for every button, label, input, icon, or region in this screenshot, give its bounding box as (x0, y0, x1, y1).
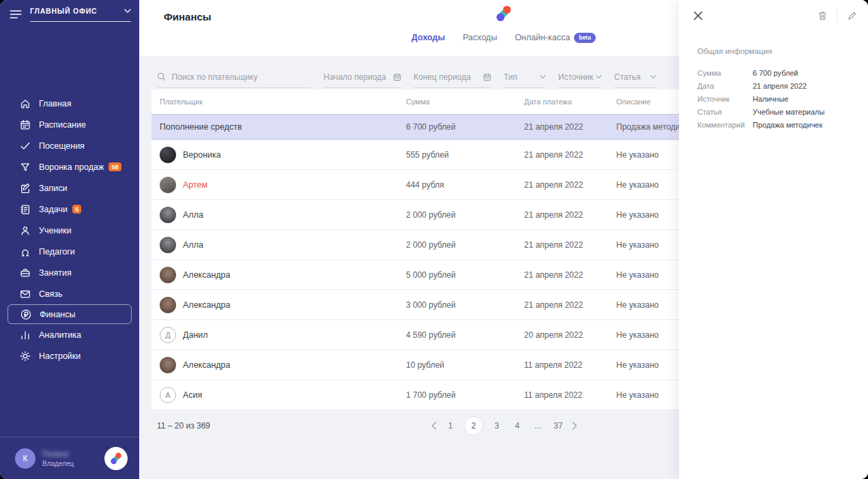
sidebar-item-label: Главная (39, 99, 72, 108)
date-cell: 21 апреля 2022 (524, 180, 616, 190)
sidebar-item-label: Связь (39, 289, 63, 299)
amount-cell: 444 рубля (406, 180, 524, 190)
field-label: Сумма (697, 69, 753, 77)
period-start-field[interactable] (323, 72, 401, 88)
detail-panel: Общая информация Сумма 6 700 рублей Дата… (679, 0, 868, 479)
sidebar-item-attendance[interactable]: Посещения (0, 135, 139, 156)
payer-name: Вероника (183, 150, 221, 160)
close-panel-button[interactable] (692, 10, 704, 22)
payer-avatar-letter: Д (160, 327, 176, 343)
source-filter-dropdown[interactable]: Источник (558, 72, 602, 88)
trash-icon (818, 10, 828, 21)
type-filter-dropdown[interactable]: Тип (504, 72, 546, 88)
sidebar-item-schedule[interactable]: Расписание (0, 114, 139, 135)
envelope-icon (19, 288, 31, 300)
next-page-button[interactable] (572, 422, 577, 430)
page-title: Финансы (164, 11, 212, 23)
funnel-count-badge: 58 (108, 162, 121, 172)
tab-label: Онлайн-касса (515, 33, 570, 42)
date-cell: 20 апреля 2022 (524, 330, 616, 340)
payer-avatar (160, 147, 176, 163)
sidebar-item-teachers[interactable]: Педагоги (0, 241, 139, 262)
field-value: Наличные (753, 95, 788, 103)
field-label: Дата (697, 82, 753, 90)
detail-fields: Сумма 6 700 рублей Дата 21 апреля 2022 И… (697, 66, 857, 131)
amount-cell: 2 000 рублей (406, 240, 524, 250)
hamburger-menu-icon[interactable] (8, 7, 23, 22)
sidebar: ГЛАВНЫЙ ОФИС Главная Расписание Посещени… (0, 0, 139, 479)
payer-name: Александра (183, 270, 231, 280)
field-label: Комментарий (697, 121, 753, 129)
tab-online-cashier[interactable]: Онлайн-касса beta (515, 33, 596, 43)
office-selector[interactable]: ГЛАВНЫЙ ОФИС (30, 7, 131, 22)
sidebar-item-lessons[interactable]: Занятия (0, 262, 139, 283)
sidebar-item-tasks[interactable]: Задачи 5 (0, 199, 139, 220)
period-end-field[interactable] (414, 72, 491, 88)
category-filter-dropdown[interactable]: Статья (614, 72, 656, 88)
sidebar-item-communication[interactable]: Связь (0, 283, 139, 304)
amount-cell: 3 000 рублей (406, 300, 524, 310)
prev-page-button[interactable] (431, 422, 437, 430)
period-start-input[interactable] (323, 72, 389, 82)
date-cell: 11 апреля 2022 (524, 390, 616, 400)
tab-expenses[interactable]: Расходы (463, 33, 497, 42)
payer-name: Пополнение средств (160, 122, 242, 132)
period-end-input[interactable] (414, 72, 479, 82)
date-cell: 21 апреля 2022 (524, 270, 616, 280)
payer-name: Алла (183, 210, 203, 220)
sidebar-item-students[interactable]: Ученики (0, 220, 139, 241)
field-label: Статья (697, 108, 753, 116)
gear-icon (19, 350, 31, 362)
sidebar-item-finances[interactable]: Финансы (8, 304, 132, 324)
ruble-icon (20, 308, 32, 321)
field-value: Учебные материалы (753, 108, 824, 116)
payer-name: Александра (183, 300, 231, 310)
app-logo (493, 3, 514, 27)
panel-header-divider (837, 9, 837, 23)
calendar-icon[interactable] (393, 72, 401, 82)
page-button-4[interactable]: 4 (510, 419, 524, 433)
amount-cell: 6 700 рублей (406, 122, 524, 132)
payer-search-input[interactable] (172, 72, 311, 82)
brand-logo-icon (108, 451, 124, 466)
calendar-icon[interactable] (483, 72, 491, 82)
chevron-down-icon (540, 75, 546, 79)
sidebar-item-sales-funnel[interactable]: Воронка продаж 58 (0, 156, 139, 177)
amount-cell: 4 590 рублей (406, 330, 524, 340)
sidebar-item-label: Аналитика (39, 330, 81, 340)
sidebar-item-settings[interactable]: Настройки (0, 345, 139, 366)
app-window: ГЛАВНЫЙ ОФИС Главная Расписание Посещени… (0, 0, 868, 479)
funnel-icon (19, 161, 31, 173)
pager: 1 2 3 4 ... 37 (431, 416, 577, 435)
edit-record-button[interactable] (845, 10, 858, 22)
office-name: ГЛАВНЫЙ ОФИС (30, 7, 97, 15)
tab-income[interactable]: Доходы (411, 33, 445, 42)
page-button-2-current[interactable]: 2 (464, 416, 483, 435)
pencil-icon (847, 11, 857, 21)
beta-badge: beta (574, 33, 595, 43)
pagination-range: 11 – 20 из 369 (157, 421, 210, 431)
page-button-3[interactable]: 3 (490, 419, 504, 433)
search-icon (157, 72, 167, 82)
page-button-37[interactable]: 37 (551, 419, 565, 433)
payer-name: Алла (183, 240, 203, 250)
source-filter-label: Источник (558, 72, 593, 82)
date-cell: 21 апреля 2022 (524, 240, 616, 250)
payer-search-field[interactable] (157, 72, 311, 88)
sidebar-item-analytics[interactable]: Аналитика (0, 324, 139, 345)
section-title: Общая информация (697, 47, 857, 55)
sidebar-item-records[interactable]: Записи (0, 177, 139, 199)
field-date: Дата 21 апреля 2022 (697, 79, 857, 92)
delete-record-button[interactable] (816, 10, 828, 22)
amount-cell: 10 рублей (406, 360, 524, 370)
page-button-1[interactable]: 1 (444, 419, 457, 433)
sidebar-user-section[interactable]: К Полина Владелец (0, 437, 139, 479)
field-value: 6 700 рублей (753, 69, 798, 77)
finance-tabs: Доходы Расходы Онлайн-касса beta (411, 33, 596, 43)
detail-panel-header (679, 0, 868, 23)
payer-avatar-letter: А (160, 387, 176, 403)
payer-name: Александра (183, 360, 231, 370)
payer-avatar (160, 297, 176, 313)
sidebar-item-home[interactable]: Главная (0, 93, 139, 114)
column-amount: Сумма (406, 98, 524, 106)
